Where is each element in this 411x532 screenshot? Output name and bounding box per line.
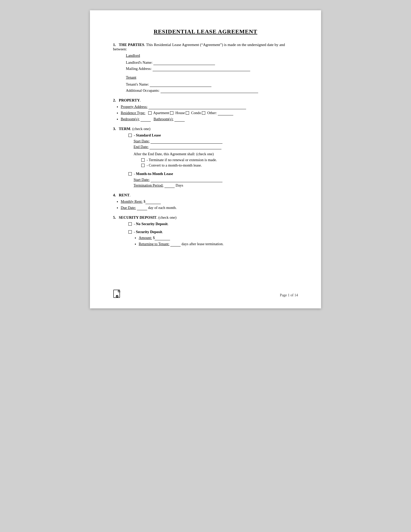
document-footer: Page 1 of 14: [113, 290, 298, 301]
standard-lease-block: - Standard Lease Start Date: End Date: A…: [128, 133, 298, 168]
due-date-label: Due Date:: [121, 206, 136, 210]
property-address-field[interactable]: [148, 105, 246, 109]
due-date-field[interactable]: [137, 206, 147, 210]
other-label: Other:: [207, 111, 218, 115]
rent-title: RENT: [119, 193, 130, 197]
deposit-label: - Security Deposit.: [134, 230, 163, 234]
monthly-rent-item: Monthly Rent: $: [121, 199, 298, 204]
no-deposit-label: - No Security Deposit.: [134, 222, 169, 226]
additional-occupants-row: Additional Occupants:: [126, 88, 298, 93]
section-term: 3. TERM. (check one) - Standard Lease St…: [113, 127, 298, 188]
mailing-address-field[interactable]: [153, 67, 250, 71]
bedrooms-item: Bedroom(s): Bathroom(s):: [121, 117, 298, 122]
tenant-label: Tenant: [126, 75, 298, 80]
deposit-amount-prefix: $: [153, 236, 155, 240]
property-address-label: Property Address:: [121, 105, 147, 109]
end-date-label: End Date:: [134, 145, 148, 149]
security-deposit-header: 5. SECURITY DEPOSIT. (check one): [113, 215, 298, 220]
additional-occupants-field[interactable]: [161, 88, 258, 93]
security-deposit-number: 5.: [113, 215, 116, 219]
condo-checkbox[interactable]: [186, 111, 189, 115]
start-date-row: Start Date:: [134, 139, 298, 144]
deposit-amount-field[interactable]: [155, 236, 170, 240]
no-deposit-checkbox[interactable]: [128, 222, 132, 226]
apartment-checkbox[interactable]: [148, 111, 152, 115]
start-date-field[interactable]: [151, 139, 222, 144]
monthly-rent-field[interactable]: [145, 199, 161, 204]
no-deposit-block: - No Security Deposit.: [128, 222, 298, 226]
convert-checkbox[interactable]: [141, 164, 145, 167]
document-page: RESIDENTIAL LEASE AGREEMENT 1. THE PARTI…: [90, 10, 321, 308]
residence-type-item: Residence Type: Apartment House Condo Ot…: [121, 111, 298, 115]
deposit-bullet-list: Amount: $ Returning to Tenant: days afte…: [139, 236, 298, 246]
landlord-block: Landlord Landlord's Name: Mailing Addres…: [126, 53, 298, 71]
terminate-checkbox[interactable]: [141, 158, 145, 162]
tenant-name-field[interactable]: [150, 82, 211, 87]
month-to-month-label: - Month-to-Month Lease: [134, 172, 173, 176]
bedrooms-label: Bedroom(s):: [121, 117, 139, 121]
parties-title: THE PARTIES: [119, 43, 144, 47]
bathrooms-label: Bathroom(s):: [154, 117, 173, 121]
returning-tenant-field[interactable]: [170, 242, 181, 246]
deposit-checkbox[interactable]: [128, 230, 132, 234]
after-end-date-text: After the End Date, this Agreement shall…: [134, 152, 298, 156]
returning-tenant-item: Returning to Tenant: days after lease te…: [139, 242, 298, 246]
deposit-amount-label: Amount:: [139, 236, 152, 240]
tenant-name-row: Tenant's Name:: [126, 82, 298, 87]
document-icon: [113, 290, 121, 301]
returning-tenant-suffix: days after lease termination.: [182, 242, 223, 246]
termination-period-label: Termination Period:: [134, 183, 163, 187]
bedrooms-field[interactable]: [141, 117, 151, 122]
termination-period-field[interactable]: [164, 183, 175, 188]
end-date-row: End Date:: [134, 145, 298, 149]
deposit-amount-item: Amount: $: [139, 236, 298, 240]
section-parties: 1. THE PARTIES. This Residential Lease A…: [113, 43, 298, 93]
landlord-name-label: Landlord's Name:: [126, 60, 153, 65]
end-date-field[interactable]: [150, 145, 221, 149]
convert-label: - Convert to a month-to-month lease.: [147, 163, 202, 167]
residence-type-label: Residence Type:: [121, 111, 145, 115]
section-rent: 4. RENT. Monthly Rent: $ Due Date: day o…: [113, 193, 298, 210]
other-checkbox[interactable]: [202, 111, 205, 115]
parties-header: 1. THE PARTIES. This Residential Lease A…: [113, 43, 298, 51]
other-field[interactable]: [218, 111, 233, 115]
term-title: TERM: [119, 127, 130, 131]
terminate-label: - Terminate if no renewal or extension i…: [147, 158, 217, 162]
mailing-address-label: Mailing Address:: [126, 67, 152, 71]
bathrooms-field[interactable]: [174, 117, 185, 122]
due-date-item: Due Date: day of each month.: [121, 206, 298, 210]
deposit-header: - Security Deposit.: [128, 230, 298, 234]
apartment-label: Apartment: [153, 111, 170, 115]
month-to-month-block: - Month-to-Month Lease Start Date: Termi…: [128, 172, 298, 188]
standard-lease-header: - Standard Lease: [128, 133, 298, 137]
tenant-block: Tenant Tenant's Name: Additional Occupan…: [126, 75, 298, 93]
term-number: 3.: [113, 127, 116, 131]
security-deposit-check-one: . (check one): [156, 215, 176, 219]
terminate-option: - Terminate if no renewal or extension i…: [141, 158, 298, 162]
landlord-name-field[interactable]: [153, 60, 215, 65]
term-check-one: . (check one): [130, 127, 151, 131]
start-date-label: Start Date:: [134, 139, 150, 143]
additional-occupants-label: Additional Occupants:: [126, 88, 160, 93]
house-label: House: [175, 111, 186, 115]
rent-bullet-list: Monthly Rent: $ Due Date: day of each mo…: [121, 199, 298, 210]
section-security-deposit: 5. SECURITY DEPOSIT. (check one) - No Se…: [113, 215, 298, 246]
term-header: 3. TERM. (check one): [113, 127, 298, 131]
mtm-start-date-field[interactable]: [151, 178, 222, 182]
house-checkbox[interactable]: [170, 111, 173, 115]
property-header: 2. PROPERTY.: [113, 98, 298, 103]
condo-label: Condo: [191, 111, 202, 115]
month-to-month-header: - Month-to-Month Lease: [128, 172, 298, 176]
monthly-rent-prefix: $: [144, 199, 145, 204]
property-title: PROPERTY: [119, 98, 140, 102]
rent-number: 4.: [113, 193, 116, 197]
tenant-name-label: Tenant's Name:: [126, 82, 149, 86]
mailing-address-row: Mailing Address:: [126, 67, 298, 71]
standard-lease-checkbox[interactable]: [128, 134, 132, 137]
standard-lease-label: - Standard Lease: [134, 133, 161, 137]
property-bullet-list: Property Address: Residence Type: Apartm…: [121, 105, 298, 122]
month-to-month-checkbox[interactable]: [128, 172, 132, 176]
mtm-start-date-label: Start Date:: [134, 178, 150, 182]
deposit-block: - Security Deposit. Amount: $ Returning …: [128, 230, 298, 246]
rent-header: 4. RENT.: [113, 193, 298, 197]
